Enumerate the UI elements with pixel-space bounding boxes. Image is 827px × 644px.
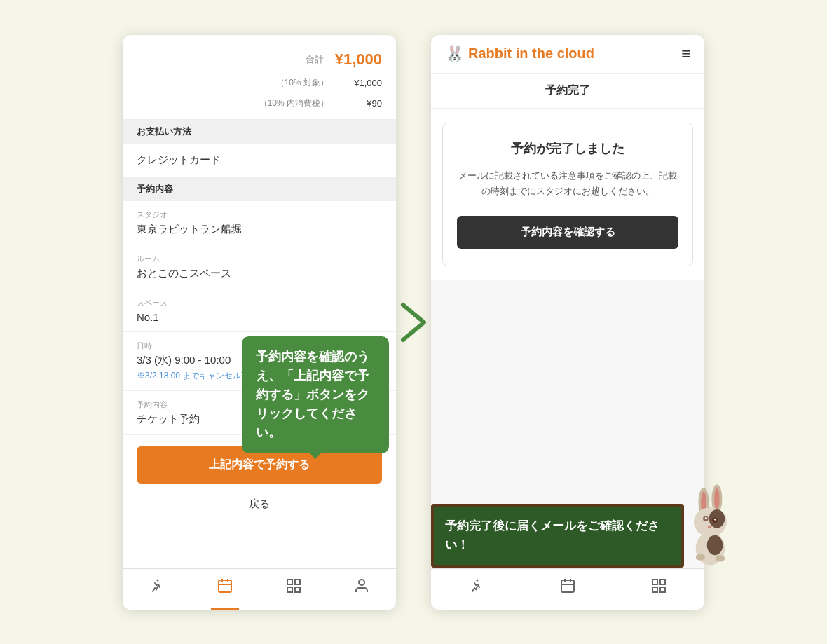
svg-point-9 [359,580,364,585]
right-grid-icon [650,577,667,598]
room-label: ルーム [137,254,382,264]
tooltip-text: 予約内容を確認のうえ、「上記内容で予約する」ボタンをクリックしてください。 [256,350,369,439]
studio-label: スタジオ [137,210,382,220]
svg-rect-16 [660,580,665,584]
svg-rect-8 [295,587,300,592]
tax-target-value: ¥1,000 [340,78,382,88]
studio-value: 東京ラビットラン船堀 [137,223,382,236]
brand-name: Rabbit in the cloud [468,46,594,62]
svg-point-31 [706,535,723,554]
left-phone: 合計 ¥1,000 （10% 対象） ¥1,000 （10% 内消費税） ¥90… [123,35,396,610]
user-icon [353,577,370,598]
svg-rect-7 [287,587,292,592]
svg-point-22 [714,488,720,509]
tax-target-label: （10% 対象） [276,77,329,89]
chalkboard-text: 予約完了後に届くメールをご確認ください！ [445,519,659,551]
tax-label: （10% 内消費税） [259,97,329,109]
tax-row: （10% 内消費税） ¥90 [137,93,382,114]
confirm-booking-button[interactable]: 予約内容を確認する [457,216,678,249]
total-row: 合計 ¥1,000 [137,46,382,73]
left-bottom-nav [123,568,396,610]
space-value: No.1 [137,311,382,323]
calendar-icon [217,577,233,598]
nav-calendar[interactable] [205,575,245,601]
svg-point-28 [714,518,716,520]
detail-space: スペース No.1 [123,289,396,332]
svg-rect-17 [652,587,657,592]
brand-logo: 🐰 Rabbit in the cloud [445,45,594,63]
svg-rect-15 [652,580,657,584]
left-scroll-content: 合計 ¥1,000 （10% 対象） ¥1,000 （10% 内消費税） ¥90… [123,35,396,568]
tax-target-row: （10% 対象） ¥1,000 [137,73,382,93]
chalkboard-container: 予約完了後に届くメールをご確認ください！ [431,477,746,568]
rabbit-illustration [681,477,746,568]
run-icon [149,577,165,598]
right-bottom-nav [431,568,704,610]
right-phone-wrapper: 🐰 Rabbit in the cloud ≡ 予約完了 予約が完了しました メ… [431,35,704,610]
room-value: おとこのこスペース [137,267,382,280]
completion-card: 予約が完了しました メールに記載されている注意事項をご確認の上、記載の時刻までに… [442,123,693,266]
svg-point-0 [156,579,158,581]
svg-point-33 [716,555,725,561]
svg-rect-18 [660,587,665,592]
total-label: 合計 [306,53,324,66]
summary-section: 合計 ¥1,000 （10% 対象） ¥1,000 （10% 内消費税） ¥90 [123,35,396,120]
right-nav-run[interactable] [457,575,496,601]
svg-point-10 [477,579,479,581]
svg-point-27 [705,516,707,519]
detail-room: ルーム おとこのこスペース [123,245,396,289]
svg-rect-6 [295,580,300,584]
payment-method: クレジットカード [123,144,396,177]
arrow-right [396,298,431,347]
svg-rect-1 [219,580,231,592]
grid-icon [285,577,302,598]
completion-message: メールに記載されている注意事項をご確認の上、記載の時刻までにスタジオにお越しくだ… [457,168,678,199]
svg-rect-11 [561,580,574,592]
nav-user[interactable] [342,575,381,601]
right-calendar-icon [559,577,576,598]
nav-grid[interactable] [274,575,313,601]
page-title: 予約完了 [431,74,704,109]
right-nav-grid[interactable] [639,575,678,601]
nav-run[interactable] [137,575,177,601]
space-label: スペース [137,298,382,308]
rabbit-logo-icon: 🐰 [445,45,464,63]
completion-title: 予約が完了しました [457,140,678,157]
tax-value: ¥90 [340,98,382,109]
payment-header: お支払い方法 [123,120,396,144]
back-button[interactable]: 戻る [137,489,382,519]
total-value: ¥1,000 [335,50,382,69]
tooltip-bubble: 予約内容を確認のうえ、「上記内容で予約する」ボタンをクリックしてください。 [242,336,389,453]
right-nav-calendar[interactable] [548,575,587,601]
chalkboard: 予約完了後に届くメールをご確認ください！ [431,504,684,567]
booking-header: 予約内容 [123,177,396,201]
detail-studio: スタジオ 東京ラビットラン船堀 [123,201,396,245]
svg-point-32 [695,554,704,560]
menu-icon[interactable]: ≡ [681,45,690,63]
svg-rect-5 [287,580,292,584]
svg-point-29 [707,525,711,528]
right-run-icon [468,577,485,598]
right-header: 🐰 Rabbit in the cloud ≡ [431,35,704,74]
